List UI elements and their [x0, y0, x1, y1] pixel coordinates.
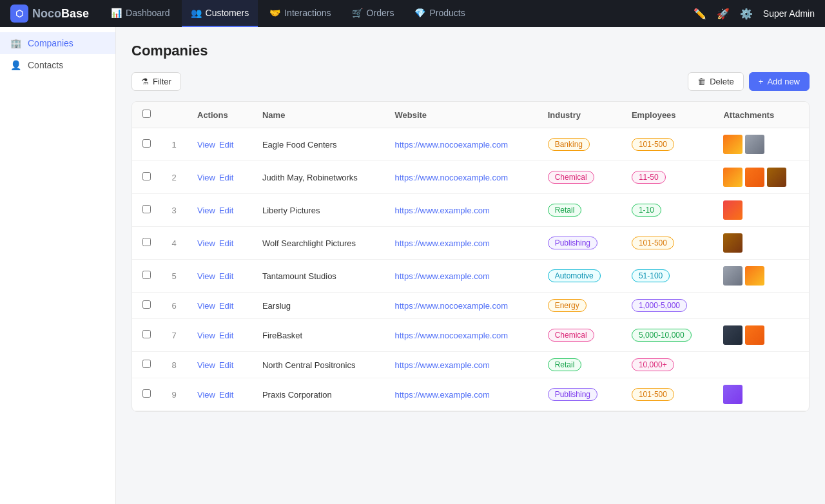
row-checkbox[interactable]: [142, 271, 151, 279]
website-link[interactable]: https://www.example.com: [394, 390, 489, 400]
add-new-button[interactable]: + Add new: [749, 72, 810, 91]
row-checkbox[interactable]: [142, 205, 151, 213]
view-link[interactable]: View: [197, 173, 215, 182]
edit-link[interactable]: Edit: [219, 206, 233, 215]
filter-button[interactable]: ⚗ Filter: [131, 72, 181, 91]
filter-label: Filter: [153, 77, 171, 86]
gear-icon[interactable]: ⚙️: [740, 8, 753, 20]
filter-icon: ⚗: [141, 77, 149, 86]
nav-interactions[interactable]: 🤝 Interactions: [260, 0, 340, 27]
row-website[interactable]: https://www.nocoexample.com: [384, 293, 537, 319]
nav-right: ✏️ 🚀 ⚙️ Super Admin: [694, 8, 815, 20]
website-link[interactable]: https://www.nocoexample.com: [394, 301, 508, 311]
row-checkbox[interactable]: [142, 300, 151, 309]
row-checkbox[interactable]: [142, 172, 151, 180]
row-website[interactable]: https://www.example.com: [384, 227, 537, 260]
edit-link[interactable]: Edit: [219, 360, 233, 370]
row-name: Earslug: [252, 293, 385, 319]
row-website[interactable]: https://www.example.com: [384, 194, 537, 227]
view-link[interactable]: View: [197, 360, 215, 370]
add-new-label: Add new: [767, 77, 800, 86]
delete-button[interactable]: 🗑 Delete: [688, 72, 744, 91]
edit-link[interactable]: Edit: [219, 140, 233, 150]
sidebar-item-contacts[interactable]: 👤 Contacts: [0, 54, 115, 76]
attachment-thumb[interactable]: [745, 266, 764, 286]
row-website[interactable]: https://www.example.com: [384, 260, 537, 293]
website-link[interactable]: https://www.nocoexample.com: [394, 140, 508, 150]
edit-link[interactable]: Edit: [219, 301, 233, 311]
row-actions: ViewEdit: [187, 194, 252, 227]
attachment-thumb[interactable]: [745, 135, 764, 154]
select-all-checkbox[interactable]: [142, 110, 151, 118]
website-link[interactable]: https://www.example.com: [394, 206, 489, 215]
website-link[interactable]: https://www.example.com: [394, 271, 489, 281]
row-website[interactable]: https://www.nocoexample.com: [384, 161, 537, 194]
row-industry: Banking: [538, 128, 621, 161]
website-link[interactable]: https://www.nocoexample.com: [394, 331, 508, 340]
row-name: Praxis Corporation: [252, 378, 385, 411]
attachment-thumb[interactable]: [723, 168, 742, 187]
attachment-thumb[interactable]: [723, 385, 742, 404]
attachments-container: [723, 200, 799, 220]
edit-link[interactable]: Edit: [219, 173, 233, 182]
industry-tag: Retail: [548, 358, 582, 371]
attachment-thumb[interactable]: [745, 168, 764, 187]
nav-orders[interactable]: 🛒 Orders: [343, 0, 403, 27]
row-employees: 11-50: [621, 161, 713, 194]
website-link[interactable]: https://www.example.com: [394, 360, 489, 370]
row-industry: Energy: [538, 293, 621, 319]
attachment-thumb[interactable]: [723, 200, 742, 220]
nav-customers[interactable]: 👥 Customers: [182, 0, 258, 27]
view-link[interactable]: View: [197, 390, 215, 400]
edit-link[interactable]: Edit: [219, 331, 233, 340]
attachment-thumb[interactable]: [723, 135, 742, 154]
row-website[interactable]: https://www.nocoexample.com: [384, 319, 537, 352]
attachment-thumb[interactable]: [723, 233, 742, 253]
rocket-icon[interactable]: 🚀: [717, 8, 730, 20]
row-checkbox[interactable]: [142, 360, 151, 368]
nav-dashboard[interactable]: 📊 Dashboard: [102, 0, 179, 27]
row-name: Tantamount Studios: [252, 260, 385, 293]
row-checkbox[interactable]: [142, 139, 151, 148]
delete-label: Delete: [710, 77, 734, 86]
row-checkbox[interactable]: [142, 330, 151, 338]
user-label[interactable]: Super Admin: [763, 8, 815, 19]
edit-link[interactable]: Edit: [219, 390, 233, 400]
edit-link[interactable]: Edit: [219, 271, 233, 281]
website-link[interactable]: https://www.example.com: [394, 238, 489, 248]
view-link[interactable]: View: [197, 206, 215, 215]
view-link[interactable]: View: [197, 238, 215, 248]
table-row: 4ViewEditWolf Searchlight Pictureshttps:…: [132, 227, 809, 260]
row-checkbox[interactable]: [142, 238, 151, 246]
edit-link[interactable]: Edit: [219, 238, 233, 248]
industry-tag: Publishing: [548, 388, 597, 401]
row-actions: ViewEdit: [187, 378, 252, 411]
view-link[interactable]: View: [197, 301, 215, 311]
view-link[interactable]: View: [197, 140, 215, 150]
app-logo[interactable]: ⬡ NocoBase: [10, 5, 89, 23]
toolbar: ⚗ Filter 🗑 Delete + Add new: [131, 72, 810, 91]
nav-interactions-label: Interactions: [284, 8, 331, 18]
logo-text: NocoBase: [32, 7, 89, 21]
pencil-icon[interactable]: ✏️: [694, 8, 706, 20]
attachment-thumb[interactable]: [723, 266, 742, 286]
attachment-thumb[interactable]: [767, 168, 786, 187]
view-link[interactable]: View: [197, 271, 215, 281]
row-website[interactable]: https://www.example.com: [384, 378, 537, 411]
attachment-thumb[interactable]: [745, 325, 764, 345]
interactions-icon: 🤝: [269, 8, 280, 18]
row-website[interactable]: https://www.example.com: [384, 352, 537, 378]
row-industry: Chemical: [538, 319, 621, 352]
row-website[interactable]: https://www.nocoexample.com: [384, 128, 537, 161]
attachment-thumb[interactable]: [723, 325, 742, 345]
attachments-container: [723, 325, 799, 345]
website-link[interactable]: https://www.nocoexample.com: [394, 173, 508, 182]
table-row: 3ViewEditLiberty Pictureshttps://www.exa…: [132, 194, 809, 227]
customers-icon: 👥: [191, 8, 202, 18]
sidebar-item-companies[interactable]: 🏢 Companies: [0, 32, 115, 54]
view-link[interactable]: View: [197, 331, 215, 340]
row-number: 3: [161, 194, 187, 227]
row-checkbox[interactable]: [142, 389, 151, 398]
row-industry: Chemical: [538, 161, 621, 194]
nav-products[interactable]: 💎 Products: [405, 0, 474, 27]
